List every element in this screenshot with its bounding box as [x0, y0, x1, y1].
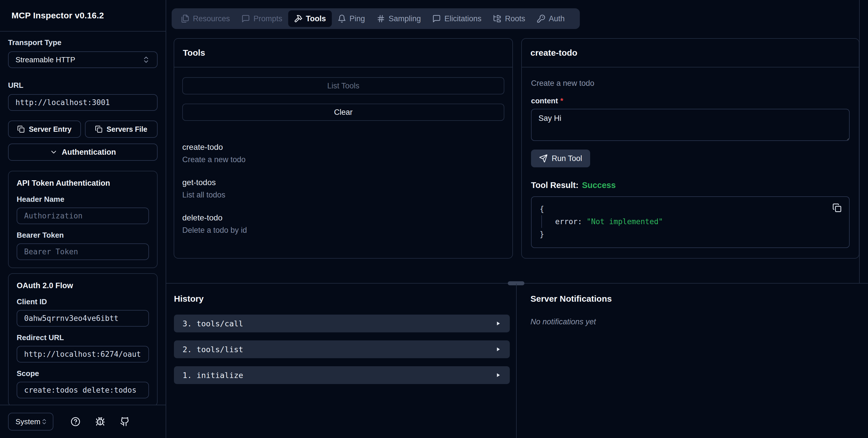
history-item-tools-call[interactable]: 3. tools/call: [174, 315, 510, 333]
json-body-line: error: "Not implemented": [541, 215, 841, 228]
folder-tree-icon: [493, 14, 501, 23]
history-title: History: [174, 293, 510, 305]
tools-panel-body: List Tools Clear create-todo Create a ne…: [174, 67, 513, 235]
sidebar-footer: System: [0, 405, 166, 438]
copy-result-button[interactable]: [832, 203, 842, 213]
tab-label: Sampling: [389, 14, 421, 23]
json-close-brace: }: [539, 228, 841, 241]
tool-detail-body: Create a new todo content* Say Hi Run To…: [522, 67, 859, 248]
server-entry-button[interactable]: Server Entry: [8, 121, 81, 138]
history-panel: History 3. tools/call 2. tools/list 1. i…: [174, 293, 510, 384]
chevrons-up-down-icon: [142, 56, 150, 64]
tool-list-item[interactable]: create-todo Create a new todo: [182, 142, 504, 164]
url-input[interactable]: [8, 94, 158, 111]
key-icon: [537, 14, 546, 23]
scope-input[interactable]: [17, 382, 149, 398]
vertical-panel-divider: [516, 284, 517, 438]
expand-arrow-icon: [495, 320, 501, 326]
files-icon: [181, 14, 189, 23]
transport-type-select[interactable]: Streamable HTTP: [8, 51, 158, 68]
debug-button[interactable]: [95, 417, 105, 427]
theme-select[interactable]: System: [8, 413, 53, 431]
transport-type-value: Streamable HTTP: [16, 55, 75, 64]
app-title: MCP Inspector v0.16.2: [11, 11, 104, 20]
url-label: URL: [8, 81, 158, 90]
mcp-inspector-app: MCP Inspector v0.16.2 Transport Type Str…: [0, 0, 868, 438]
redirect-url-input[interactable]: [17, 346, 149, 363]
server-notifications-title: Server Notifications: [530, 293, 846, 305]
no-notifications-text: No notifications yet: [530, 317, 846, 326]
tab-tools[interactable]: Tools: [288, 10, 332, 27]
tab-auth[interactable]: Auth: [531, 10, 570, 27]
content-textarea[interactable]: Say Hi: [531, 109, 849, 141]
history-rows: 3. tools/call 2. tools/list 1. initializ…: [174, 315, 510, 384]
copy-buttons-row: Server Entry Servers File: [8, 121, 158, 138]
client-id-input[interactable]: [17, 310, 149, 326]
servers-file-label: Servers File: [106, 125, 147, 133]
tab-roots[interactable]: Roots: [487, 10, 531, 27]
tools-panel: Tools List Tools Clear create-todo Creat…: [174, 38, 513, 259]
tool-detail-header: create-todo: [522, 39, 859, 67]
tool-result-label: Tool Result:: [531, 181, 578, 190]
run-tool-label: Run Tool: [552, 154, 582, 163]
help-button[interactable]: [71, 417, 81, 427]
clear-button[interactable]: Clear: [182, 104, 504, 121]
expand-arrow-icon: [495, 372, 501, 378]
theme-value: System: [16, 417, 40, 426]
content-field-label-row: content*: [531, 96, 849, 105]
servers-file-button[interactable]: Servers File: [85, 121, 158, 138]
content-field-label: content: [531, 96, 558, 105]
tab-label: Ping: [350, 14, 365, 23]
tool-name: create-todo: [182, 142, 504, 152]
run-tool-button[interactable]: Run Tool: [531, 150, 590, 167]
tool-list: create-todo Create a new todo get-todos …: [182, 142, 504, 235]
bug-icon: [95, 417, 105, 427]
tab-elicitations[interactable]: Elicitations: [427, 10, 487, 27]
oauth-card: OAuth 2.0 Flow Client ID Redirect URL Sc…: [8, 273, 158, 405]
tool-name: delete-todo: [182, 213, 504, 223]
tab-resources[interactable]: Resources: [175, 10, 236, 27]
copy-icon: [17, 125, 25, 133]
history-item-label: 3. tools/call: [183, 319, 243, 328]
message-square-icon: [241, 14, 250, 23]
authentication-toggle[interactable]: Authentication: [8, 144, 158, 161]
transport-type-label: Transport Type: [8, 38, 158, 48]
copy-icon: [95, 125, 102, 133]
tab-label: Resources: [193, 14, 230, 23]
tools-panel-title: Tools: [183, 48, 205, 58]
help-icon: [71, 417, 81, 427]
tool-description: Create a new todo: [182, 155, 504, 164]
hammer-icon: [294, 14, 303, 23]
tab-sampling[interactable]: Sampling: [371, 10, 427, 27]
redirect-url-label: Redirect URL: [17, 333, 149, 342]
main-tabbar: Resources Prompts Tools Ping Sampling El…: [172, 8, 580, 29]
tool-list-item[interactable]: get-todos List all todos: [182, 177, 504, 200]
bearer-token-input[interactable]: [17, 243, 149, 260]
right-panel-edge: [859, 0, 860, 283]
history-item-tools-list[interactable]: 2. tools/list: [174, 340, 510, 358]
hash-icon: [377, 14, 385, 23]
github-button[interactable]: [120, 417, 130, 427]
tool-list-item[interactable]: delete-todo Delete a todo by id: [182, 213, 504, 235]
tab-label: Prompts: [253, 14, 282, 23]
expand-arrow-icon: [495, 346, 501, 352]
tools-panel-header: Tools: [174, 39, 513, 67]
tab-label: Tools: [306, 14, 326, 23]
tab-label: Elicitations: [444, 14, 482, 23]
json-key: error:: [555, 217, 582, 226]
tab-prompts[interactable]: Prompts: [236, 10, 288, 27]
list-tools-button[interactable]: List Tools: [182, 77, 504, 94]
history-item-initialize[interactable]: 1. initialize: [174, 366, 510, 384]
sidebar: MCP Inspector v0.16.2 Transport Type Str…: [0, 0, 166, 438]
json-open-brace: {: [539, 202, 841, 215]
tool-result-status: Success: [582, 181, 616, 190]
client-id-label: Client ID: [17, 297, 149, 307]
tool-result-line: Tool Result:Success: [531, 181, 849, 190]
tool-description: Delete a todo by id: [182, 225, 504, 235]
tool-result-json: { error: "Not implemented" }: [531, 196, 849, 248]
tab-ping[interactable]: Ping: [332, 10, 371, 27]
header-name-input[interactable]: [17, 208, 149, 224]
footer-icons: [71, 417, 130, 427]
copy-icon: [832, 203, 842, 212]
github-icon: [120, 417, 130, 427]
